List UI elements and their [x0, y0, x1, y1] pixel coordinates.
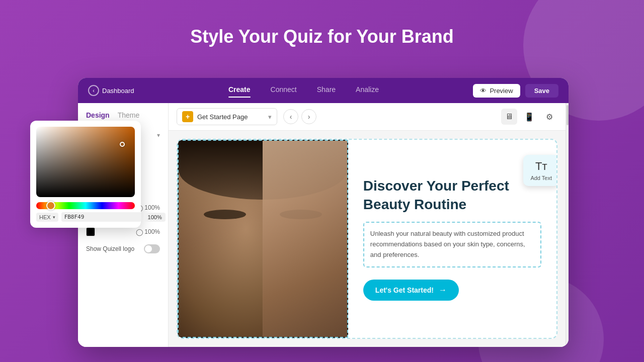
nav-bar: ‹ Dashboard Create Connect Share Analize… [78, 78, 569, 103]
quiz-description: Unleash your natural beauty with customi… [363, 222, 541, 267]
eye-icon: 👁 [480, 87, 487, 95]
color-mode-select[interactable]: HEX ▾ [36, 213, 58, 222]
tab-analize[interactable]: Analize [356, 85, 379, 96]
hex-input[interactable] [61, 212, 141, 222]
nav-dashboard-label: Dashboard [102, 87, 134, 95]
scrollbar[interactable] [566, 103, 569, 347]
preview-button[interactable]: 👁 Preview [473, 84, 520, 98]
quiz-content-half: Discover Your Perfect Beauty Routine Unl… [348, 140, 556, 338]
page-selector[interactable]: + Get Started Page ▾ [177, 108, 277, 125]
chevron-down-icon: ▾ [157, 132, 160, 139]
color-gradient-canvas[interactable] [36, 127, 135, 197]
page-main-title: Style Your Quiz for Your Brand [0, 26, 644, 47]
page-name: Get Started Page [197, 113, 248, 121]
quiz-image-half [178, 140, 348, 338]
settings-button[interactable]: ⚙ [541, 109, 557, 125]
desktop-view-button[interactable]: 🖥 [501, 109, 517, 125]
add-text-float-button[interactable]: Tт Add Text [523, 155, 557, 186]
opacity-input[interactable] [144, 213, 166, 222]
save-button[interactable]: Save [525, 84, 558, 98]
prev-page-button[interactable]: ‹ [283, 109, 298, 124]
controls-color-swatch[interactable] [86, 227, 95, 236]
quiz-preview: Discover Your Perfect Beauty Routine Unl… [177, 139, 557, 339]
gradient-handle[interactable] [120, 142, 125, 147]
show-logo-label: Show Quizell logo [86, 245, 134, 252]
mobile-view-button[interactable]: 📱 [521, 109, 537, 125]
editor-wrapper: + Get Started Page ▾ ‹ › 🖥 📱 ⚙ [169, 103, 566, 347]
scrollbar-thumb[interactable] [567, 105, 569, 125]
quiz-heading: Discover Your Perfect Beauty Routine [363, 177, 541, 214]
content-area: Design Theme Page Style ▾ Tr Add Text ⬜ … [78, 103, 569, 347]
editor-canvas: Discover Your Perfect Beauty Routine Unl… [169, 131, 566, 347]
color-picker-popup: HEX ▾ [30, 121, 141, 228]
tab-share[interactable]: Share [317, 85, 336, 96]
next-page-button[interactable]: › [301, 109, 316, 124]
tab-connect[interactable]: Connect [271, 85, 297, 96]
text-icon: Tт [535, 160, 547, 173]
toolbar-right: 🖥 📱 ⚙ [501, 109, 557, 125]
hue-handle[interactable] [46, 201, 55, 210]
quiz-cta-button[interactable]: Let's Get Started! → [363, 280, 459, 301]
page-navigation: ‹ › [283, 109, 316, 124]
hue-slider[interactable] [36, 202, 135, 209]
tab-create[interactable]: Create [228, 85, 251, 96]
controls-opacity: ◯ 100% [136, 228, 160, 236]
toolbar: + Get Started Page ▾ ‹ › 🖥 📱 ⚙ [169, 103, 566, 131]
color-mode-row: HEX ▾ [36, 212, 135, 222]
back-arrow-icon: ‹ [88, 85, 99, 96]
add-page-icon: + [182, 111, 193, 122]
nav-back-button[interactable]: ‹ Dashboard [88, 85, 134, 96]
nav-tabs: Create Connect Share Analize [144, 85, 463, 96]
show-logo-toggle[interactable] [144, 244, 160, 253]
nav-actions: 👁 Preview Save [473, 84, 558, 98]
mode-chevron-icon: ▾ [53, 215, 55, 220]
arrow-right-icon: → [439, 286, 447, 295]
dropdown-arrow-icon: ▾ [268, 113, 272, 121]
